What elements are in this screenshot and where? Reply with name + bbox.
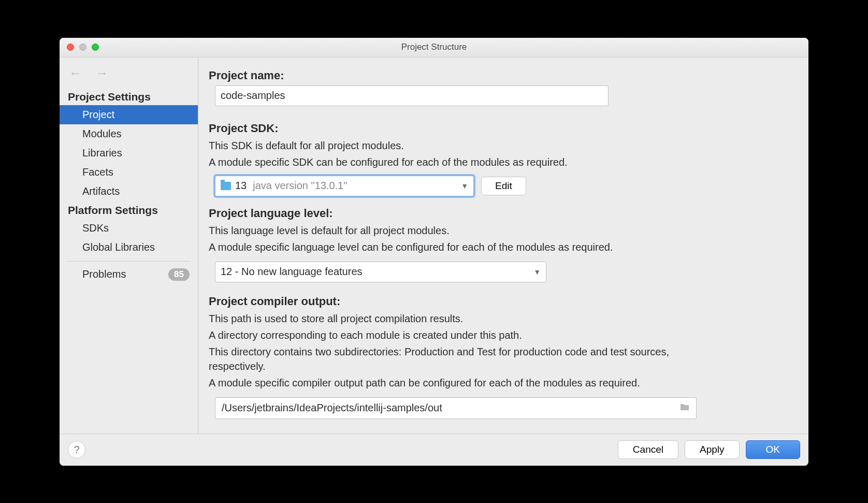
chevron-down-icon: ▼ bbox=[461, 182, 468, 190]
nav-forward-icon[interactable]: → bbox=[96, 66, 108, 80]
output-desc-2: A directory corresponding to each module… bbox=[209, 328, 795, 342]
output-desc-4: A module specific compiler output path c… bbox=[209, 376, 701, 390]
project-sdk-select[interactable]: 13 java version "13.0.1" ▼ bbox=[215, 176, 474, 196]
sidebar-item-facets[interactable]: Facets bbox=[60, 163, 198, 182]
language-level-label: Project language level: bbox=[209, 207, 795, 220]
sdk-desc-1: This SDK is default for all project modu… bbox=[209, 138, 795, 153]
edit-sdk-button[interactable]: Edit bbox=[481, 177, 526, 195]
compiler-output-label: Project compiler output: bbox=[209, 295, 795, 308]
browse-folder-icon[interactable] bbox=[677, 402, 692, 414]
cancel-button[interactable]: Cancel bbox=[618, 440, 678, 459]
sdk-version-detail: java version "13.0.1" bbox=[253, 180, 347, 192]
output-desc-3: This directory contains two subdirectori… bbox=[209, 344, 701, 373]
ok-button[interactable]: OK bbox=[746, 440, 800, 459]
problems-label: Problems bbox=[82, 268, 126, 280]
output-desc-1: This path is used to store all project c… bbox=[209, 311, 795, 326]
project-name-label: Project name: bbox=[209, 69, 795, 82]
problems-count-badge: 85 bbox=[168, 268, 190, 281]
help-button[interactable]: ? bbox=[68, 441, 85, 458]
sdk-version: 13 bbox=[235, 180, 247, 192]
project-structure-dialog: Project Structure ← → Project Settings P… bbox=[59, 37, 809, 467]
titlebar: Project Structure bbox=[60, 38, 808, 58]
sidebar: ← → Project Settings Project Modules Lib… bbox=[60, 58, 198, 434]
main-panel: Project name: Project SDK: This SDK is d… bbox=[198, 58, 808, 434]
window-title: Project Structure bbox=[60, 42, 808, 52]
compiler-output-path: /Users/jetbrains/IdeaProjects/intellij-s… bbox=[222, 402, 677, 414]
nav-back-icon[interactable]: ← bbox=[69, 66, 81, 80]
sidebar-item-problems[interactable]: Problems 85 bbox=[60, 265, 198, 284]
window-controls bbox=[60, 44, 99, 51]
sidebar-item-libraries[interactable]: Libraries bbox=[60, 143, 198, 163]
project-name-input[interactable] bbox=[215, 85, 609, 106]
section-project-settings: Project Settings bbox=[60, 88, 198, 105]
sidebar-item-artifacts[interactable]: Artifacts bbox=[60, 182, 198, 201]
sdk-desc-2: A module specific SDK can be configured … bbox=[209, 155, 795, 169]
lang-desc-2: A module specific language level can be … bbox=[209, 240, 795, 254]
zoom-window-icon[interactable] bbox=[92, 44, 99, 51]
compiler-output-field[interactable]: /Users/jetbrains/IdeaProjects/intellij-s… bbox=[215, 397, 697, 419]
lang-desc-1: This language level is default for all p… bbox=[209, 223, 795, 238]
sidebar-item-modules[interactable]: Modules bbox=[60, 124, 198, 143]
sidebar-item-project[interactable]: Project bbox=[60, 105, 198, 124]
apply-button[interactable]: Apply bbox=[685, 440, 740, 459]
sidebar-item-sdks[interactable]: SDKs bbox=[60, 219, 198, 238]
sidebar-item-global-libraries[interactable]: Global Libraries bbox=[60, 238, 198, 257]
chevron-down-icon: ▼ bbox=[533, 268, 541, 276]
jdk-folder-icon bbox=[221, 182, 231, 190]
sidebar-divider bbox=[67, 261, 191, 262]
project-sdk-label: Project SDK: bbox=[209, 122, 795, 135]
close-window-icon[interactable] bbox=[67, 44, 74, 51]
dialog-footer: ? Cancel Apply OK bbox=[60, 434, 808, 466]
language-level-value: 12 - No new language features bbox=[221, 266, 363, 278]
language-level-select[interactable]: 12 - No new language features ▼ bbox=[215, 262, 546, 282]
section-platform-settings: Platform Settings bbox=[60, 201, 198, 219]
minimize-window-icon[interactable] bbox=[79, 44, 86, 51]
